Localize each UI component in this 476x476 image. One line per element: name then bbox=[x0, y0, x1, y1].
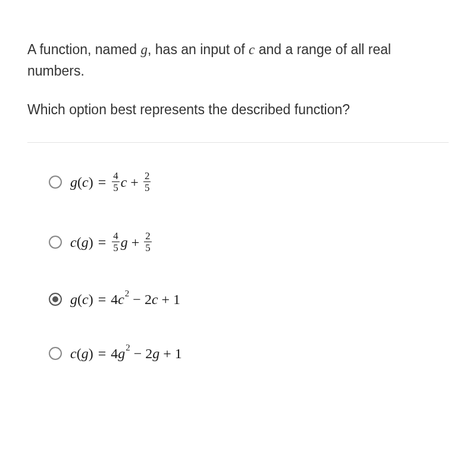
options-list: g(c)= 45 c+ 25 c(g)= 45 g+ 25 g(c)= 4c2−… bbox=[27, 157, 449, 362]
radio-a[interactable] bbox=[49, 176, 62, 189]
radio-b[interactable] bbox=[49, 236, 62, 249]
option-d-math: c(g)= 4g2−2g+1 bbox=[70, 346, 182, 362]
option-d[interactable]: c(g)= 4g2−2g+1 bbox=[49, 346, 449, 362]
option-b-math: c(g)= 45 g+ 25 bbox=[70, 231, 153, 253]
prompt-part1: A function, named bbox=[27, 42, 141, 57]
divider bbox=[27, 142, 449, 143]
option-b[interactable]: c(g)= 45 g+ 25 bbox=[49, 231, 449, 253]
radio-c[interactable] bbox=[49, 293, 62, 306]
option-a[interactable]: g(c)= 45 c+ 25 bbox=[49, 171, 449, 193]
radio-d[interactable] bbox=[49, 347, 62, 360]
prompt-var-g: g bbox=[141, 42, 148, 57]
option-a-math: g(c)= 45 c+ 25 bbox=[70, 171, 152, 193]
problem-statement: A function, named g, has an input of c a… bbox=[27, 39, 449, 82]
option-c[interactable]: g(c)= 4c2−2c+1 bbox=[49, 292, 449, 308]
question-text: Which option best represents the describ… bbox=[27, 99, 449, 121]
prompt-part2: , has an input of bbox=[148, 42, 249, 57]
option-c-math: g(c)= 4c2−2c+1 bbox=[70, 292, 180, 308]
prompt-var-c: c bbox=[249, 42, 255, 57]
